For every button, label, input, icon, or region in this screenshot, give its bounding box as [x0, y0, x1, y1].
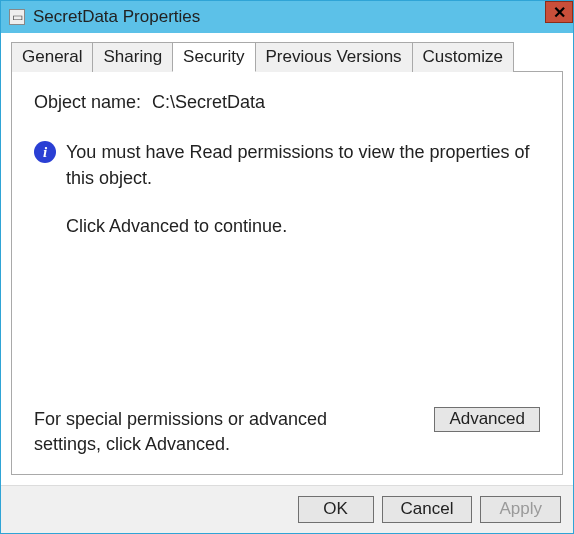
tab-label: Sharing — [103, 47, 162, 66]
spacer — [34, 265, 540, 407]
tab-label: Previous Versions — [266, 47, 402, 66]
advanced-text: For special permissions or advanced sett… — [34, 407, 364, 456]
apply-button[interactable]: Apply — [480, 496, 561, 523]
dialog-button-bar: OK Cancel Apply — [1, 485, 573, 533]
titlebar[interactable]: ▭ SecretData Properties ✕ — [1, 1, 573, 33]
info-line2: Click Advanced to continue. — [66, 213, 540, 239]
client-area: General Sharing Security Previous Versio… — [1, 33, 573, 485]
tab-sharing[interactable]: Sharing — [92, 42, 173, 72]
close-icon: ✕ — [553, 3, 566, 22]
tab-previous-versions[interactable]: Previous Versions — [255, 42, 413, 72]
close-button[interactable]: ✕ — [545, 1, 573, 23]
cancel-button[interactable]: Cancel — [382, 496, 473, 523]
advanced-row: For special permissions or advanced sett… — [34, 407, 540, 456]
tab-customize[interactable]: Customize — [412, 42, 514, 72]
ok-button[interactable]: OK — [298, 496, 374, 523]
tab-label: Customize — [423, 47, 503, 66]
tab-label: General — [22, 47, 82, 66]
object-name-label: Object name: — [34, 92, 141, 112]
app-icon: ▭ — [9, 9, 25, 25]
tab-label: Security — [183, 47, 244, 66]
tab-panel-security: Object name: C:\SecretData i You must ha… — [11, 71, 563, 475]
info-block: i You must have Read permissions to view… — [34, 139, 540, 239]
info-line1: You must have Read permissions to view t… — [66, 139, 540, 191]
object-row: Object name: C:\SecretData — [34, 92, 540, 113]
window-title: SecretData Properties — [33, 7, 200, 27]
tab-strip: General Sharing Security Previous Versio… — [11, 41, 563, 71]
tab-security[interactable]: Security — [172, 42, 255, 72]
tab-general[interactable]: General — [11, 42, 93, 72]
advanced-button[interactable]: Advanced — [434, 407, 540, 432]
object-path: C:\SecretData — [152, 92, 265, 112]
info-text: You must have Read permissions to view t… — [66, 139, 540, 239]
properties-dialog: ▭ SecretData Properties ✕ General Sharin… — [0, 0, 574, 534]
info-icon: i — [34, 141, 56, 163]
